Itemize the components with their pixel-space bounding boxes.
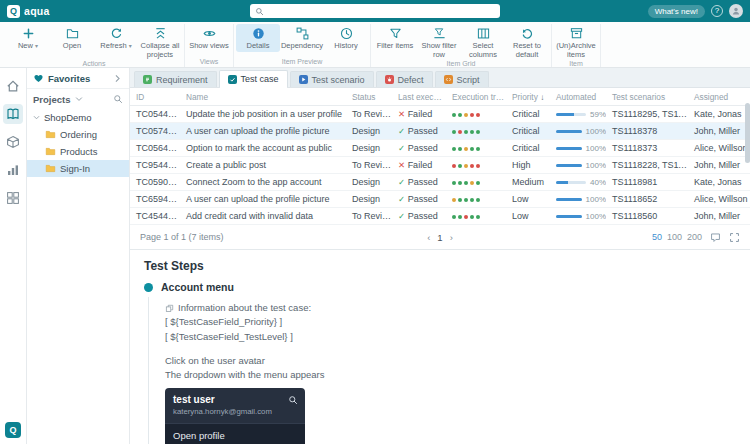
passed-check-icon: ✓ [398,177,405,187]
cell-test-scenarios[interactable]: TS1118295, TS1118203 [606,106,688,123]
whats-new-button[interactable]: What's new! [648,5,705,18]
pagination: Page 1 of 1 (7 items) ‹ 1 › 50100200 [130,225,750,249]
cell-test-scenarios[interactable]: TS1118560 [606,208,688,225]
toolbar-button-reset-to-default[interactable]: Reset to default [505,24,549,60]
passed-check-icon: ✓ [398,143,405,153]
tab-test-scenario[interactable]: Test scenario [290,71,374,87]
archive-icon [570,27,583,40]
column-header-priority[interactable]: Priority ↓ [506,88,550,106]
test-step[interactable]: Account menu [144,281,736,293]
menu-item-open-profile[interactable]: Open profile [165,423,305,444]
global-search[interactable] [250,4,500,18]
toolbar-button-show-filter-row[interactable]: Show filter row [417,24,461,60]
cell-automated: 100% [550,123,606,140]
cell-name: A user can upload the profile picture [180,123,346,140]
cell-execution-trend [446,106,506,123]
current-page[interactable]: 1 [437,232,442,243]
next-page-button[interactable]: › [450,232,453,243]
toolbar-button-label: History [334,42,357,51]
table-row[interactable]: TC0544345Update the job position in a us… [130,106,750,123]
column-header-status[interactable]: Status [346,88,392,106]
tree-item-sign-in[interactable]: Sign-In [27,160,129,177]
rail-item-grid[interactable] [3,188,23,208]
table-row[interactable]: TC0574347A user can upload the profile p… [130,123,750,140]
aqua-logo-small[interactable]: Q [5,422,21,438]
tree-item-ordering[interactable]: Ordering [27,126,129,143]
toolbar-button-select-columns[interactable]: Select columns [461,24,505,60]
folder-icon [45,163,56,174]
column-header-id[interactable]: ID [130,88,180,106]
tab-label: Requirement [156,75,208,85]
tab-requirement[interactable]: Requirement [134,71,217,87]
heart-icon [33,73,44,84]
cell-assigned: John, Miller [688,123,750,140]
cell-assigned: Kate, Jonas [688,106,750,123]
avatar[interactable] [729,4,743,18]
toolbar-button-history[interactable]: History [324,24,368,52]
column-header-last-execution[interactable]: Last execution [392,88,446,106]
page-size-200[interactable]: 200 [687,232,702,242]
comment-icon[interactable] [710,232,721,243]
toolbar-button-collapse-all-projects[interactable]: Collapse all projects [138,24,182,60]
cell-test-scenarios[interactable]: TS1118378 [606,123,688,140]
projects-header[interactable]: Projects [27,89,129,109]
scrollbar[interactable] [745,89,750,444]
cell-name: Update the job position in a user profil… [180,106,346,123]
cell-test-scenarios[interactable]: TS1118373 [606,140,688,157]
page-size-50[interactable]: 50 [652,232,662,242]
toolbar-button-refresh[interactable]: Refresh ▾ [94,24,138,52]
column-header-assigned[interactable]: Assigned [688,88,750,106]
toolbar-button-label: Select columns [462,42,504,59]
tab-test-case[interactable]: Test case [219,70,288,87]
projects-label: Projects [33,94,71,105]
execution-trend-dots [452,113,480,117]
test-scenario-icon [299,75,308,84]
app-logo[interactable]: Q aqua [7,5,50,18]
toolbar-button-open[interactable]: Open [50,24,94,52]
toolbar-button-dependency[interactable]: Dependency [280,24,324,52]
rail-item-projects[interactable] [3,104,23,124]
toolbar-button-details[interactable]: Details [236,24,280,52]
tree-item-shopdemo[interactable]: ShopDemo [27,109,129,126]
project-search-icon[interactable] [113,94,123,104]
table-row[interactable]: TC9544340Create a public postTo Review✕ … [130,157,750,174]
tab-script[interactable]: Script [435,71,489,87]
tab-defect[interactable]: Defect [376,71,433,87]
rail-item-box[interactable] [3,132,23,152]
cell-status: To Review [346,106,392,123]
rail-item-home[interactable] [3,76,23,96]
expand-icon[interactable] [729,232,740,243]
cell-assigned: Alice, Willson [688,140,750,157]
toolbar-button-un-archive-items[interactable]: (Un)Archive items [554,24,598,60]
execution-trend-dots [452,164,480,168]
question-icon[interactable]: ? [711,5,723,17]
table-row[interactable]: TC0564347Option to mark the account as p… [130,140,750,157]
folder-icon [45,129,56,140]
cell-test-scenarios[interactable]: TS1118228, TS1118002 [606,157,688,174]
column-header-name[interactable]: Name [180,88,346,106]
table-row[interactable]: TC0590348Connect Zoom to the app account… [130,174,750,191]
toolbar-button-filter-items[interactable]: Filter items [373,24,417,52]
search-input[interactable] [268,6,495,16]
toolbar-button-new[interactable]: New ▾ [6,24,50,52]
table-row[interactable]: TC6594347A user can upload the profile p… [130,191,750,208]
cell-test-scenarios[interactable]: TS1118652 [606,191,688,208]
column-header-execution-trend[interactable]: Execution trend [446,88,506,106]
page-size-100[interactable]: 100 [667,232,682,242]
favorites-header[interactable]: Favorites [27,68,129,89]
tabbar: RequirementTest caseTest scenarioDefectS… [130,68,750,88]
cell-automated: 59% [550,106,606,123]
chevron-down-icon [32,113,41,122]
step-screenshot[interactable]: test user kateryna.hornyk@gmail.com Open… [165,388,305,444]
table-row[interactable]: TC4544554Add credit card with invalid da… [130,208,750,225]
favorites-label: Favorites [48,73,108,84]
column-header-automated[interactable]: Automated [550,88,606,106]
scrollbar-thumb[interactable] [745,103,750,163]
rail-item-chart[interactable] [3,160,23,180]
automation-bar [556,181,586,184]
cell-test-scenarios[interactable]: TS1118981 [606,174,688,191]
toolbar-button-show-views[interactable]: Show views [187,24,231,52]
prev-page-button[interactable]: ‹ [427,232,430,243]
column-header-test-scenarios[interactable]: Test scenarios [606,88,688,106]
tree-item-products[interactable]: Products [27,143,129,160]
